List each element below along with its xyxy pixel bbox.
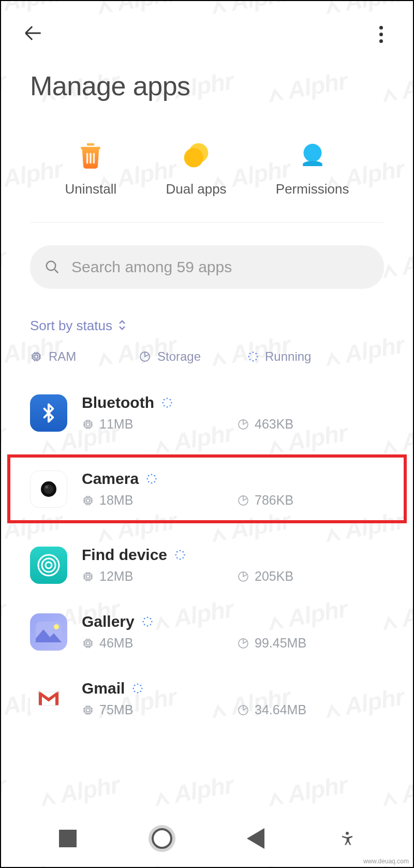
pie-icon — [237, 418, 249, 431]
svg-rect-2 — [93, 153, 95, 164]
svg-point-10 — [253, 351, 254, 353]
svg-point-43 — [46, 562, 52, 568]
pie-icon — [237, 494, 249, 507]
more-options-button[interactable] — [369, 23, 392, 46]
legend-storage: Storage — [139, 349, 247, 364]
uninstall-action[interactable]: Uninstall — [65, 139, 117, 197]
svg-point-32 — [151, 474, 153, 475]
svg-rect-68 — [86, 642, 90, 645]
svg-rect-0 — [86, 153, 88, 164]
svg-rect-54 — [85, 573, 91, 580]
app-row-gallery[interactable]: Gallery 46MB 99.45MB — [1, 598, 413, 665]
svg-point-4 — [184, 148, 203, 167]
svg-point-82 — [346, 832, 349, 835]
svg-point-37 — [148, 481, 150, 482]
dual-apps-action[interactable]: Dual apps — [166, 139, 227, 197]
svg-point-38 — [146, 478, 148, 480]
svg-point-61 — [151, 621, 153, 623]
svg-point-76 — [134, 690, 136, 692]
svg-point-73 — [141, 688, 143, 689]
recents-button[interactable] — [59, 830, 77, 847]
sort-label: Sort by status — [30, 318, 112, 334]
accessibility-icon[interactable] — [339, 831, 355, 846]
trash-icon — [74, 139, 107, 172]
svg-point-78 — [134, 685, 136, 686]
svg-point-22 — [167, 406, 168, 408]
permissions-label: Permissions — [276, 181, 349, 197]
svg-rect-7 — [33, 354, 39, 360]
app-name: Gallery — [82, 613, 135, 630]
chip-icon — [82, 494, 94, 507]
svg-point-24 — [162, 402, 164, 404]
dual-apps-icon — [180, 139, 213, 172]
actions-row: Uninstall Dual apps Permissions — [30, 101, 384, 223]
svg-point-17 — [249, 353, 251, 355]
pie-icon — [237, 637, 249, 650]
svg-point-74 — [140, 690, 142, 692]
pie-icon — [237, 704, 249, 716]
svg-point-5 — [303, 144, 321, 162]
back-nav-button[interactable] — [247, 828, 264, 849]
svg-point-62 — [150, 624, 151, 625]
svg-rect-8 — [35, 355, 38, 358]
footer-url: www.deuaq.com — [363, 858, 409, 865]
running-indicator-icon — [146, 473, 157, 484]
svg-rect-1 — [90, 153, 92, 164]
chip-icon — [82, 704, 94, 716]
legend-ram: RAM — [30, 349, 139, 364]
bluetooth-app-icon — [30, 394, 67, 432]
svg-point-11 — [255, 353, 257, 355]
svg-point-50 — [180, 558, 181, 560]
svg-point-13 — [255, 359, 257, 360]
svg-point-31 — [45, 486, 48, 489]
svg-rect-27 — [86, 423, 90, 426]
gmail-app-icon — [30, 680, 67, 717]
app-ram: 46MB — [99, 636, 133, 651]
app-row-gmail[interactable]: Gmail 75MB 34.64MB — [1, 665, 413, 732]
svg-point-52 — [175, 554, 176, 556]
svg-point-19 — [169, 399, 171, 401]
chip-icon — [82, 637, 94, 650]
app-row-camera[interactable]: Camera 18MB 786KB — [8, 455, 406, 522]
app-ram: 11MB — [99, 417, 133, 432]
permissions-action[interactable]: Permissions — [276, 139, 349, 197]
svg-point-20 — [171, 402, 172, 404]
svg-point-33 — [154, 475, 156, 477]
svg-point-36 — [151, 482, 153, 484]
app-name: Bluetooth — [82, 394, 154, 411]
camera-app-icon — [30, 470, 67, 508]
sort-toggle[interactable]: Sort by status — [1, 289, 413, 334]
svg-point-65 — [142, 621, 144, 623]
svg-point-53 — [176, 551, 178, 553]
svg-point-39 — [148, 475, 150, 477]
svg-rect-26 — [85, 421, 91, 428]
app-storage: 463KB — [255, 417, 293, 432]
search-icon — [45, 259, 60, 275]
legend-running: Running — [247, 349, 311, 364]
app-name: Camera — [82, 470, 139, 488]
svg-rect-55 — [86, 575, 90, 578]
home-button[interactable] — [152, 828, 172, 849]
search-input[interactable] — [71, 258, 369, 276]
svg-point-25 — [164, 399, 165, 401]
svg-point-23 — [164, 405, 165, 406]
sort-chevron-icon — [117, 319, 127, 333]
svg-point-72 — [140, 685, 142, 686]
svg-rect-80 — [86, 709, 90, 712]
nav-bar — [1, 810, 413, 867]
svg-point-21 — [169, 405, 171, 406]
chip-icon — [82, 570, 94, 583]
back-button[interactable] — [22, 22, 45, 47]
svg-point-58 — [54, 624, 59, 629]
app-ram: 18MB — [99, 493, 133, 508]
svg-point-34 — [155, 478, 157, 480]
chip-icon — [30, 350, 42, 363]
svg-point-51 — [176, 557, 178, 558]
gallery-app-icon — [30, 613, 67, 651]
app-row-bluetooth[interactable]: Bluetooth 11MB 463KB — [1, 379, 413, 446]
search-bar[interactable] — [30, 245, 384, 289]
svg-point-15 — [249, 359, 251, 360]
running-indicator-icon — [132, 683, 143, 694]
svg-point-66 — [143, 618, 145, 620]
app-row-find-device[interactable]: Find device 12MB 205KB — [1, 532, 413, 598]
